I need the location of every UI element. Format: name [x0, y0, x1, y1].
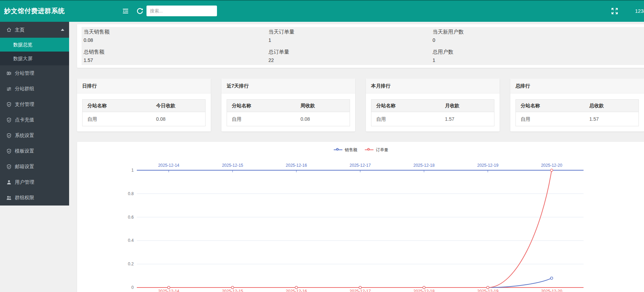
home-icon	[6, 27, 12, 33]
svg-text:2025-12-14: 2025-12-14	[158, 289, 180, 292]
svg-text:2025-12-15: 2025-12-15	[222, 163, 243, 168]
stat-label: 总销售额	[84, 49, 104, 55]
stats-summary-card: 当天销售额 0.08 总销售额 1.57 当天订单量 1 总订单量 22 当天新…	[77, 24, 644, 68]
column-header: 分站名称	[227, 100, 296, 112]
stat-value: 22	[268, 57, 274, 63]
ranking-table: 分站名称 今日收款 自用 0.08	[82, 99, 206, 126]
fullscreen-icon[interactable]	[611, 7, 618, 15]
app-title: 妙文馆付费进群系统	[4, 0, 65, 22]
column-header: 分站名称	[516, 100, 585, 112]
sidebar-item-mail-settings[interactable]: 邮箱设置	[0, 159, 69, 174]
legend-item-orders[interactable]: 订单量	[365, 147, 388, 153]
ranking-table: 分站名称 周收款 自用 0.08	[227, 99, 350, 126]
stat-value: 1	[433, 57, 435, 63]
sidebar-item-substation-manage[interactable]: 分站管理	[0, 65, 69, 81]
column-header: 总收款	[585, 100, 638, 112]
column-header: 今日收款	[151, 100, 205, 112]
svg-text:0: 0	[131, 285, 134, 290]
svg-text:1: 1	[131, 168, 134, 173]
shield-check-icon	[6, 117, 12, 123]
stat-label: 当天新用户数	[433, 29, 464, 35]
svg-text:0.8: 0.8	[128, 191, 134, 196]
users-icon	[6, 195, 12, 201]
sidebar-item-label: 用户管理	[15, 174, 34, 190]
ranking-card-daily: 日排行 分站名称 今日收款 自用 0.08	[77, 79, 211, 131]
chevron-up-icon	[61, 29, 64, 31]
current-user[interactable]: 12345	[635, 0, 644, 22]
table-row: 自用 0.08	[83, 112, 205, 126]
shield-check-icon	[6, 133, 12, 138]
ranking-card-total: 总排行 分站名称 总收款 自用 1.57	[510, 79, 644, 131]
refresh-icon[interactable]	[136, 7, 144, 15]
sidebar-item-label: 群组权限	[15, 190, 34, 206]
cell-site-name: 自用	[371, 112, 440, 126]
user-icon	[6, 180, 12, 185]
shield-check-icon	[6, 164, 12, 170]
stats-well: 当天销售额 0.08 总销售额 1.57 当天订单量 1 总订单量 22 当天新…	[82, 27, 644, 65]
sales-orders-chart[interactable]: 00.20.40.60.812025-12-142025-12-142025-1…	[77, 142, 644, 292]
ranking-card-month: 本月排行 分站名称 月收款 自用 1.57	[366, 79, 500, 131]
legend-line-marker	[365, 149, 373, 150]
chart-legend: 销售额 订单量	[77, 147, 644, 153]
sidebar-subitem-data-screen[interactable]: 数据大屏	[0, 52, 69, 65]
svg-text:2025-12-17: 2025-12-17	[350, 289, 371, 292]
column-header: 分站名称	[83, 100, 151, 112]
cell-site-name: 自用	[516, 112, 585, 126]
sidebar-item-card-recharge[interactable]: 点卡充值	[0, 112, 69, 128]
cell-site-name: 自用	[227, 112, 296, 126]
table-row: 自用 0.08	[227, 112, 350, 126]
sales-orders-chart-card: 00.20.40.60.812025-12-142025-12-142025-1…	[77, 142, 644, 292]
legend-line-marker	[334, 149, 342, 150]
sidebar-item-label: 支付管理	[15, 97, 34, 112]
sidebar-item-label: 系统设置	[15, 128, 34, 143]
legend-label: 销售额	[345, 147, 357, 153]
cell-amount: 1.57	[585, 112, 638, 126]
sidebar-item-group-permissions[interactable]: 群组权限	[0, 190, 69, 206]
home-submenu: 数据总览 数据大屏	[0, 38, 69, 65]
cell-amount: 0.08	[296, 112, 350, 126]
column-header: 周收款	[296, 100, 350, 112]
shield-check-icon	[6, 102, 12, 107]
column-header: 分站名称	[371, 100, 440, 112]
svg-text:0.6: 0.6	[128, 215, 134, 220]
svg-text:2025-12-16: 2025-12-16	[286, 163, 307, 168]
barcode-icon	[6, 71, 12, 76]
svg-text:2025-12-18: 2025-12-18	[414, 289, 435, 292]
legend-circle-marker	[367, 148, 370, 150]
column-header: 月收款	[440, 100, 494, 112]
sidebar-item-user-manage[interactable]: 用户管理	[0, 174, 69, 190]
ranking-card-title: 近7天排行	[221, 79, 355, 93]
sidebar-item-label: 主页	[15, 22, 25, 38]
cell-amount: 0.08	[151, 112, 205, 126]
svg-text:2025-12-15: 2025-12-15	[222, 289, 243, 292]
legend-item-sales[interactable]: 销售额	[334, 147, 357, 153]
header-top-line	[0, 0, 644, 1]
stat-value: 1	[268, 37, 271, 43]
sidebar-item-system-settings[interactable]: 系统设置	[0, 128, 69, 143]
collapse-sidebar-icon[interactable]	[122, 7, 129, 15]
sidebar-item-label: 邮箱设置	[15, 159, 34, 174]
stat-value: 0.08	[84, 37, 93, 43]
shield-check-icon	[6, 148, 12, 154]
ranking-table: 分站名称 月收款 自用 1.57	[371, 99, 494, 126]
sidebar-item-substation-groups[interactable]: 分站群组	[0, 81, 69, 97]
svg-text:2025-12-18: 2025-12-18	[414, 163, 435, 168]
svg-text:2025-12-14: 2025-12-14	[158, 163, 180, 168]
legend-label: 订单量	[376, 147, 388, 153]
sidebar-item-home[interactable]: 主页	[0, 22, 69, 38]
svg-text:2025-12-19: 2025-12-19	[477, 163, 499, 168]
svg-text:2025-12-20: 2025-12-20	[541, 289, 562, 292]
top-header: 妙文馆付费进群系统 12345	[0, 0, 644, 22]
stat-label: 总用户数	[433, 49, 453, 55]
ranking-card-title: 总排行	[510, 79, 644, 93]
search-input[interactable]	[146, 6, 217, 16]
sidebar-item-template-settings[interactable]: 模板设置	[0, 143, 69, 159]
svg-text:2025-12-17: 2025-12-17	[350, 163, 371, 168]
sidebar-subitem-data-overview[interactable]: 数据总览	[0, 38, 69, 52]
sidebar-item-payment-manage[interactable]: 支付管理	[0, 97, 69, 112]
svg-text:2025-12-19: 2025-12-19	[477, 289, 499, 292]
svg-text:2025-12-20: 2025-12-20	[541, 163, 562, 168]
stat-value: 0	[433, 37, 435, 43]
stat-label: 总订单量	[268, 49, 289, 55]
ranking-table: 分站名称 总收款 自用 1.57	[515, 99, 639, 126]
